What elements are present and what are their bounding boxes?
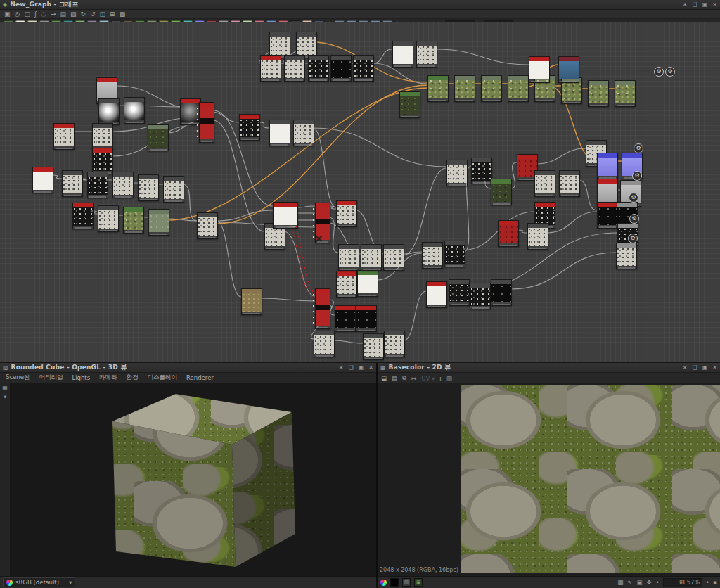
graph-node[interactable] <box>384 331 405 357</box>
colorspace-dropdown[interactable]: sRGB (default) ▾ <box>3 577 75 587</box>
wire[interactable] <box>579 180 597 210</box>
wire[interactable] <box>52 175 62 179</box>
view2d-tool-icon-4[interactable]: UV ▾ <box>421 375 435 382</box>
graph-tool-icon-4[interactable]: ◌ <box>41 11 46 18</box>
graph-node[interactable] <box>148 209 169 236</box>
view2d-tool-icon-6[interactable]: ▥ <box>446 375 452 382</box>
graph-tool-icon-1[interactable]: ◎ <box>15 11 20 18</box>
graph-tool-icon-6[interactable]: ▤ <box>60 11 66 18</box>
lock-icon[interactable]: ▪ <box>713 579 717 586</box>
graph-node[interactable] <box>330 55 352 82</box>
view3d-menu-0[interactable]: Scene씬 <box>6 373 30 382</box>
graph-tool-icon-7[interactable]: ▧ <box>70 11 77 18</box>
graph-node[interactable] <box>588 80 609 107</box>
channels-icon[interactable]: ▥ <box>402 578 411 587</box>
graph-node[interactable] <box>273 202 298 229</box>
graph-node[interactable] <box>454 75 475 102</box>
graph-node[interactable] <box>98 98 120 125</box>
graph-node[interactable] <box>314 331 335 357</box>
graph-node[interactable] <box>199 102 214 143</box>
graph-node[interactable] <box>449 279 470 306</box>
gear-icon[interactable]: ⚙ <box>665 67 675 77</box>
graph-node[interactable] <box>559 170 580 197</box>
graph-node[interactable] <box>481 75 502 102</box>
graph-node[interactable] <box>335 305 356 332</box>
graph-node[interactable] <box>336 200 357 227</box>
graph-node[interactable] <box>597 202 618 229</box>
graph-node[interactable] <box>383 244 404 271</box>
wire[interactable] <box>436 49 529 65</box>
graph-node[interactable] <box>308 55 329 82</box>
pin-icon[interactable]: ∗ <box>339 364 344 371</box>
view2d-tool-icon-0[interactable]: ⬓ <box>381 375 387 382</box>
graph-node[interactable] <box>260 55 281 82</box>
graph-node[interactable] <box>87 172 108 198</box>
graph-node[interactable]: ⚙ <box>616 243 637 269</box>
wire[interactable] <box>217 221 241 297</box>
graph-tool-icon-5[interactable]: → <box>51 11 56 18</box>
graph-node[interactable] <box>597 153 618 179</box>
graph-node[interactable] <box>357 270 378 297</box>
view3d-viewport[interactable]: ▦✦ <box>0 383 376 576</box>
graph-tool-icon-12[interactable]: ▩ <box>120 11 126 18</box>
graph-node[interactable] <box>98 205 119 232</box>
float-icon[interactable]: ❏ <box>349 364 354 371</box>
view3d-menu-3[interactable]: 카메라 <box>99 373 117 382</box>
graph-node[interactable] <box>498 220 519 247</box>
wire[interactable] <box>518 230 527 233</box>
view3d-menu-2[interactable]: Lights <box>72 374 90 381</box>
wire[interactable] <box>183 184 197 221</box>
view3d-menu-4[interactable]: 환경 <box>127 373 139 382</box>
graph-node[interactable] <box>426 281 447 308</box>
wire[interactable] <box>536 148 586 164</box>
view3d-menu-6[interactable]: Renderer <box>186 374 214 381</box>
pin-icon[interactable]: ∗ <box>683 364 688 371</box>
graph-node[interactable] <box>123 207 144 234</box>
graph-node[interactable] <box>428 75 449 102</box>
graph-node[interactable] <box>361 244 382 271</box>
wire[interactable] <box>333 340 363 343</box>
view2d-tool-icon-2[interactable]: ⧉ <box>402 374 406 382</box>
graph-node[interactable] <box>529 56 550 83</box>
view2d-tool-icon-3[interactable]: ↦ <box>411 375 416 382</box>
view2d-tool-icon-5[interactable]: i <box>439 375 441 382</box>
graph-node[interactable] <box>338 244 359 271</box>
graph-node[interactable] <box>392 41 413 68</box>
graph-node[interactable] <box>446 160 468 186</box>
maximize-icon[interactable]: ▣ <box>702 1 708 8</box>
wire[interactable] <box>217 210 273 221</box>
graph-canvas[interactable]: ⚙⚙⚙⚙⚙ ✕ ⚙⚙ <box>0 22 720 362</box>
graph-node[interactable] <box>239 114 260 141</box>
view2d-status-icon-1[interactable]: ↖ <box>627 579 632 586</box>
graph-tool-icon-0[interactable]: ▣ <box>4 11 11 18</box>
graph-node[interactable] <box>508 75 529 102</box>
close-icon[interactable]: ✕ <box>368 364 373 371</box>
graph-node[interactable] <box>353 55 374 82</box>
rgb-channels-icon[interactable] <box>380 580 387 586</box>
graph-tool-icon-10[interactable]: ◫ <box>100 11 106 18</box>
graph-node[interactable] <box>72 203 94 229</box>
graph-node[interactable] <box>241 288 262 315</box>
graph-node[interactable] <box>363 333 384 360</box>
view2d-status-icon-3[interactable]: ✥ <box>646 579 651 586</box>
graph-tool-icon-11[interactable]: ⊞ <box>110 11 115 18</box>
graph-node[interactable] <box>92 123 113 150</box>
graph-node[interactable] <box>112 172 134 198</box>
graph-tool-icon-2[interactable]: ▢ <box>24 11 30 18</box>
graph-node[interactable] <box>416 41 437 68</box>
graph-node[interactable] <box>444 241 465 267</box>
graph-node[interactable] <box>470 283 491 309</box>
graph-node[interactable] <box>269 120 290 146</box>
view2d-tool-icon-1[interactable]: ▤ <box>392 375 397 382</box>
graph-node[interactable] <box>92 148 113 174</box>
close-icon[interactable]: ✕ <box>712 364 717 371</box>
wire[interactable] <box>259 122 269 128</box>
preview-icon[interactable]: ▣ <box>414 578 423 587</box>
view2d-viewport[interactable]: 2048 x 2048 (RGBA, 16bpc) <box>378 383 720 576</box>
maximize-icon[interactable]: ▣ <box>702 364 708 371</box>
graph-node[interactable] <box>284 55 305 82</box>
graph-tool-icon-9[interactable]: ↺ <box>90 11 96 18</box>
gear-icon[interactable]: ⚙ <box>654 67 664 77</box>
pin-icon[interactable]: ∗ <box>683 1 688 8</box>
graph-node[interactable] <box>422 242 443 269</box>
